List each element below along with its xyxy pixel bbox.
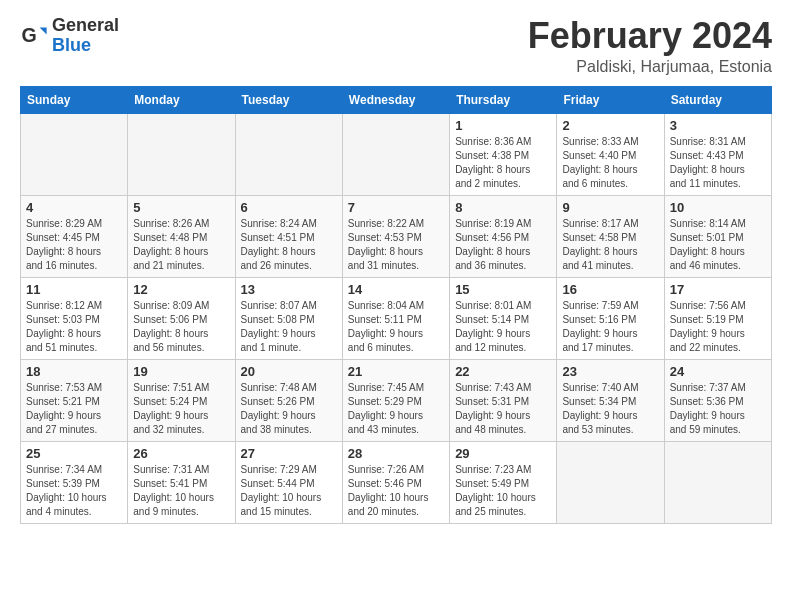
- calendar-cell: [21, 113, 128, 195]
- calendar-cell: 9Sunrise: 8:17 AM Sunset: 4:58 PM Daylig…: [557, 195, 664, 277]
- day-info: Sunrise: 7:31 AM Sunset: 5:41 PM Dayligh…: [133, 463, 229, 519]
- day-info: Sunrise: 8:36 AM Sunset: 4:38 PM Dayligh…: [455, 135, 551, 191]
- calendar-cell: [557, 441, 664, 523]
- calendar-cell: 24Sunrise: 7:37 AM Sunset: 5:36 PM Dayli…: [664, 359, 771, 441]
- page-header: G General Blue February 2024 Paldiski, H…: [20, 16, 772, 76]
- col-header-friday: Friday: [557, 86, 664, 113]
- day-info: Sunrise: 8:09 AM Sunset: 5:06 PM Dayligh…: [133, 299, 229, 355]
- calendar-cell: 8Sunrise: 8:19 AM Sunset: 4:56 PM Daylig…: [450, 195, 557, 277]
- calendar-cell: 17Sunrise: 7:56 AM Sunset: 5:19 PM Dayli…: [664, 277, 771, 359]
- day-number: 27: [241, 446, 337, 461]
- calendar-cell: 15Sunrise: 8:01 AM Sunset: 5:14 PM Dayli…: [450, 277, 557, 359]
- title-area: February 2024 Paldiski, Harjumaa, Estoni…: [528, 16, 772, 76]
- day-info: Sunrise: 7:29 AM Sunset: 5:44 PM Dayligh…: [241, 463, 337, 519]
- day-number: 10: [670, 200, 766, 215]
- day-info: Sunrise: 7:59 AM Sunset: 5:16 PM Dayligh…: [562, 299, 658, 355]
- day-info: Sunrise: 7:56 AM Sunset: 5:19 PM Dayligh…: [670, 299, 766, 355]
- calendar-cell: 20Sunrise: 7:48 AM Sunset: 5:26 PM Dayli…: [235, 359, 342, 441]
- day-number: 18: [26, 364, 122, 379]
- calendar-cell: 22Sunrise: 7:43 AM Sunset: 5:31 PM Dayli…: [450, 359, 557, 441]
- calendar-cell: 11Sunrise: 8:12 AM Sunset: 5:03 PM Dayli…: [21, 277, 128, 359]
- day-number: 21: [348, 364, 444, 379]
- col-header-saturday: Saturday: [664, 86, 771, 113]
- calendar-cell: 26Sunrise: 7:31 AM Sunset: 5:41 PM Dayli…: [128, 441, 235, 523]
- day-number: 23: [562, 364, 658, 379]
- day-info: Sunrise: 7:48 AM Sunset: 5:26 PM Dayligh…: [241, 381, 337, 437]
- logo-general: General: [52, 15, 119, 35]
- day-info: Sunrise: 8:01 AM Sunset: 5:14 PM Dayligh…: [455, 299, 551, 355]
- calendar-cell: 1Sunrise: 8:36 AM Sunset: 4:38 PM Daylig…: [450, 113, 557, 195]
- calendar-cell: 19Sunrise: 7:51 AM Sunset: 5:24 PM Dayli…: [128, 359, 235, 441]
- day-number: 6: [241, 200, 337, 215]
- day-number: 11: [26, 282, 122, 297]
- day-info: Sunrise: 7:43 AM Sunset: 5:31 PM Dayligh…: [455, 381, 551, 437]
- day-number: 9: [562, 200, 658, 215]
- day-info: Sunrise: 7:53 AM Sunset: 5:21 PM Dayligh…: [26, 381, 122, 437]
- day-number: 16: [562, 282, 658, 297]
- day-info: Sunrise: 8:04 AM Sunset: 5:11 PM Dayligh…: [348, 299, 444, 355]
- col-header-thursday: Thursday: [450, 86, 557, 113]
- day-info: Sunrise: 8:33 AM Sunset: 4:40 PM Dayligh…: [562, 135, 658, 191]
- svg-text:G: G: [21, 23, 36, 45]
- day-info: Sunrise: 7:51 AM Sunset: 5:24 PM Dayligh…: [133, 381, 229, 437]
- day-number: 3: [670, 118, 766, 133]
- calendar-cell: 13Sunrise: 8:07 AM Sunset: 5:08 PM Dayli…: [235, 277, 342, 359]
- day-info: Sunrise: 8:17 AM Sunset: 4:58 PM Dayligh…: [562, 217, 658, 273]
- logo: G General Blue: [20, 16, 119, 56]
- day-number: 4: [26, 200, 122, 215]
- day-number: 19: [133, 364, 229, 379]
- calendar-header-row: SundayMondayTuesdayWednesdayThursdayFrid…: [21, 86, 772, 113]
- calendar-cell: 16Sunrise: 7:59 AM Sunset: 5:16 PM Dayli…: [557, 277, 664, 359]
- day-number: 5: [133, 200, 229, 215]
- day-info: Sunrise: 8:31 AM Sunset: 4:43 PM Dayligh…: [670, 135, 766, 191]
- calendar-week-row: 4Sunrise: 8:29 AM Sunset: 4:45 PM Daylig…: [21, 195, 772, 277]
- day-number: 25: [26, 446, 122, 461]
- day-number: 20: [241, 364, 337, 379]
- day-number: 13: [241, 282, 337, 297]
- day-info: Sunrise: 7:34 AM Sunset: 5:39 PM Dayligh…: [26, 463, 122, 519]
- day-info: Sunrise: 8:14 AM Sunset: 5:01 PM Dayligh…: [670, 217, 766, 273]
- day-number: 26: [133, 446, 229, 461]
- day-info: Sunrise: 8:22 AM Sunset: 4:53 PM Dayligh…: [348, 217, 444, 273]
- calendar-cell: [128, 113, 235, 195]
- day-number: 7: [348, 200, 444, 215]
- calendar-cell: 27Sunrise: 7:29 AM Sunset: 5:44 PM Dayli…: [235, 441, 342, 523]
- day-info: Sunrise: 8:26 AM Sunset: 4:48 PM Dayligh…: [133, 217, 229, 273]
- day-number: 15: [455, 282, 551, 297]
- day-number: 24: [670, 364, 766, 379]
- calendar-table: SundayMondayTuesdayWednesdayThursdayFrid…: [20, 86, 772, 524]
- logo-icon: G: [20, 22, 48, 50]
- calendar-cell: 12Sunrise: 8:09 AM Sunset: 5:06 PM Dayli…: [128, 277, 235, 359]
- day-info: Sunrise: 8:12 AM Sunset: 5:03 PM Dayligh…: [26, 299, 122, 355]
- calendar-cell: 28Sunrise: 7:26 AM Sunset: 5:46 PM Dayli…: [342, 441, 449, 523]
- calendar-cell: 4Sunrise: 8:29 AM Sunset: 4:45 PM Daylig…: [21, 195, 128, 277]
- calendar-week-row: 11Sunrise: 8:12 AM Sunset: 5:03 PM Dayli…: [21, 277, 772, 359]
- col-header-monday: Monday: [128, 86, 235, 113]
- col-header-wednesday: Wednesday: [342, 86, 449, 113]
- calendar-cell: 25Sunrise: 7:34 AM Sunset: 5:39 PM Dayli…: [21, 441, 128, 523]
- calendar-cell: [342, 113, 449, 195]
- day-info: Sunrise: 7:45 AM Sunset: 5:29 PM Dayligh…: [348, 381, 444, 437]
- calendar-week-row: 25Sunrise: 7:34 AM Sunset: 5:39 PM Dayli…: [21, 441, 772, 523]
- logo-blue: Blue: [52, 35, 91, 55]
- day-info: Sunrise: 7:26 AM Sunset: 5:46 PM Dayligh…: [348, 463, 444, 519]
- calendar-cell: 7Sunrise: 8:22 AM Sunset: 4:53 PM Daylig…: [342, 195, 449, 277]
- calendar-cell: 21Sunrise: 7:45 AM Sunset: 5:29 PM Dayli…: [342, 359, 449, 441]
- calendar-cell: 18Sunrise: 7:53 AM Sunset: 5:21 PM Dayli…: [21, 359, 128, 441]
- calendar-cell: [235, 113, 342, 195]
- day-number: 12: [133, 282, 229, 297]
- day-info: Sunrise: 8:24 AM Sunset: 4:51 PM Dayligh…: [241, 217, 337, 273]
- day-info: Sunrise: 8:29 AM Sunset: 4:45 PM Dayligh…: [26, 217, 122, 273]
- day-number: 8: [455, 200, 551, 215]
- calendar-cell: [664, 441, 771, 523]
- calendar-cell: 3Sunrise: 8:31 AM Sunset: 4:43 PM Daylig…: [664, 113, 771, 195]
- day-info: Sunrise: 8:07 AM Sunset: 5:08 PM Dayligh…: [241, 299, 337, 355]
- month-title: February 2024: [528, 16, 772, 56]
- day-info: Sunrise: 7:40 AM Sunset: 5:34 PM Dayligh…: [562, 381, 658, 437]
- calendar-week-row: 18Sunrise: 7:53 AM Sunset: 5:21 PM Dayli…: [21, 359, 772, 441]
- svg-marker-1: [40, 27, 47, 34]
- logo-text: General Blue: [52, 16, 119, 56]
- day-info: Sunrise: 7:37 AM Sunset: 5:36 PM Dayligh…: [670, 381, 766, 437]
- day-info: Sunrise: 7:23 AM Sunset: 5:49 PM Dayligh…: [455, 463, 551, 519]
- col-header-tuesday: Tuesday: [235, 86, 342, 113]
